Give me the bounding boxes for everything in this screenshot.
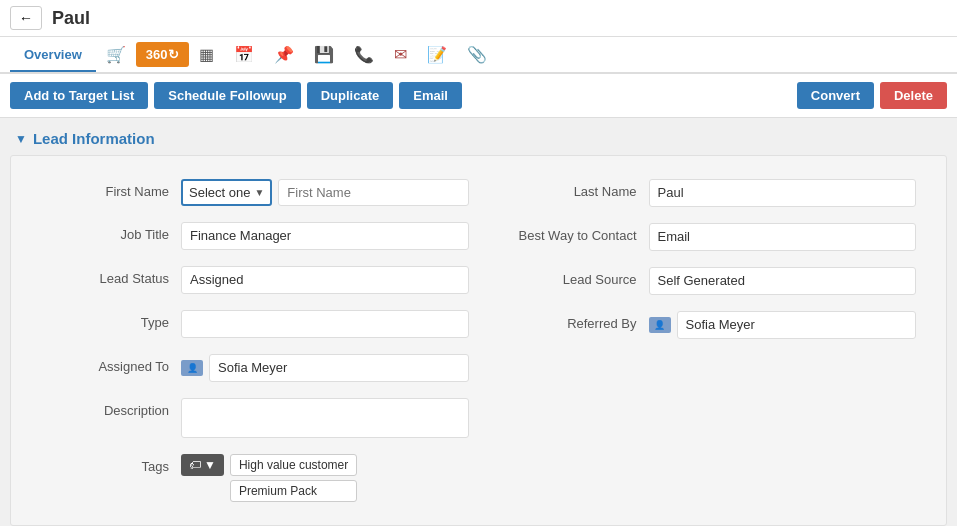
type-row: Type [31, 302, 479, 346]
tag-chip-premium-pack: Premium Pack [230, 480, 357, 502]
lead-source-value: Self Generated [649, 267, 917, 295]
assigned-to-value: Sofia Meyer [209, 354, 469, 382]
right-column: Last Name Paul Best Way to Contact Email… [479, 171, 927, 510]
last-name-row: Last Name Paul [479, 171, 927, 215]
description-label: Description [41, 398, 181, 418]
type-value [181, 310, 469, 338]
referred-by-row: Referred By 👤 Sofia Meyer [479, 303, 927, 347]
tags-row: Tags 🏷 ▼ High value customer Premium Pac… [31, 446, 479, 510]
type-label: Type [41, 310, 181, 330]
schedule-followup-button[interactable]: Schedule Followup [154, 82, 300, 109]
form-grid: First Name Select one ▼ Job Title Financ… [31, 171, 926, 510]
delete-button[interactable]: Delete [880, 82, 947, 109]
email-button[interactable]: Email [399, 82, 462, 109]
form-container: First Name Select one ▼ Job Title Financ… [10, 155, 947, 526]
first-name-label: First Name [41, 179, 181, 199]
tags-list: High value customer Premium Pack [230, 454, 357, 502]
tab-table-icon[interactable]: ▦ [189, 37, 224, 72]
lead-source-row: Lead Source Self Generated [479, 259, 927, 303]
tab-note-icon[interactable]: 📝 [417, 37, 457, 72]
last-name-value: Paul [649, 179, 917, 207]
last-name-label: Last Name [489, 179, 649, 199]
left-column: First Name Select one ▼ Job Title Financ… [31, 171, 479, 510]
tag-icon: 🏷 [189, 458, 201, 472]
tag-dropdown-icon: ▼ [204, 458, 216, 472]
chevron-down-icon: ▼ [15, 132, 27, 146]
job-title-row: Job Title Finance Manager [31, 214, 479, 258]
section-title: Lead Information [33, 130, 155, 147]
lead-source-label: Lead Source [489, 267, 649, 287]
job-title-label: Job Title [41, 222, 181, 242]
tab-overview[interactable]: Overview [10, 39, 96, 72]
tab-attach-icon[interactable]: 📎 [457, 37, 497, 72]
referred-avatar-icon: 👤 [649, 317, 671, 333]
tags-label: Tags [41, 454, 181, 474]
tags-container: 🏷 ▼ High value customer Premium Pack [181, 454, 469, 502]
tab-email-icon[interactable]: ✉ [384, 37, 417, 72]
assigned-to-group: 👤 Sofia Meyer [181, 354, 469, 382]
convert-button[interactable]: Convert [797, 82, 874, 109]
tab-save-icon[interactable]: 💾 [304, 37, 344, 72]
tab-cart-icon[interactable]: 🛒 [96, 37, 136, 72]
title-bar: ← Paul [0, 0, 957, 37]
lead-status-value: Assigned [181, 266, 469, 294]
best-way-value: Email [649, 223, 917, 251]
assigned-avatar-icon: 👤 [181, 360, 203, 376]
assigned-to-label: Assigned To [41, 354, 181, 374]
job-title-value: Finance Manager [181, 222, 469, 250]
tab-phone-icon[interactable]: 📞 [344, 37, 384, 72]
chevron-down-icon: ▼ [254, 187, 264, 198]
tab-calendar-icon[interactable]: 📅 [224, 37, 264, 72]
best-way-label: Best Way to Contact [489, 223, 649, 243]
duplicate-button[interactable]: Duplicate [307, 82, 394, 109]
salutation-value: Select one [189, 185, 250, 200]
description-value[interactable] [181, 398, 469, 438]
referred-by-value: Sofia Meyer [677, 311, 917, 339]
action-bar: Add to Target List Schedule Followup Dup… [0, 74, 957, 118]
tab-360-icon[interactable]: 360↻ [136, 42, 189, 67]
first-name-input[interactable] [278, 179, 468, 206]
tag-chip-high-value: High value customer [230, 454, 357, 476]
referred-by-label: Referred By [489, 311, 649, 331]
add-to-target-list-button[interactable]: Add to Target List [10, 82, 148, 109]
tab-pin-icon[interactable]: 📌 [264, 37, 304, 72]
lead-status-row: Lead Status Assigned [31, 258, 479, 302]
lead-information-section: ▼ Lead Information First Name Select one… [0, 118, 957, 526]
assigned-to-row: Assigned To 👤 Sofia Meyer [31, 346, 479, 390]
salutation-select[interactable]: Select one ▼ [181, 179, 272, 206]
description-row: Description [31, 390, 479, 446]
tag-add-button[interactable]: 🏷 ▼ [181, 454, 224, 476]
section-header[interactable]: ▼ Lead Information [0, 118, 957, 155]
best-way-row: Best Way to Contact Email [479, 215, 927, 259]
page-title: Paul [52, 8, 90, 29]
first-name-row: First Name Select one ▼ [31, 171, 479, 214]
tabs-bar: Overview 🛒 360↻ ▦ 📅 📌 💾 📞 ✉ 📝 📎 [0, 37, 957, 74]
referred-by-group: 👤 Sofia Meyer [649, 311, 917, 339]
lead-status-label: Lead Status [41, 266, 181, 286]
back-button[interactable]: ← [10, 6, 42, 30]
first-name-input-group: Select one ▼ [181, 179, 469, 206]
